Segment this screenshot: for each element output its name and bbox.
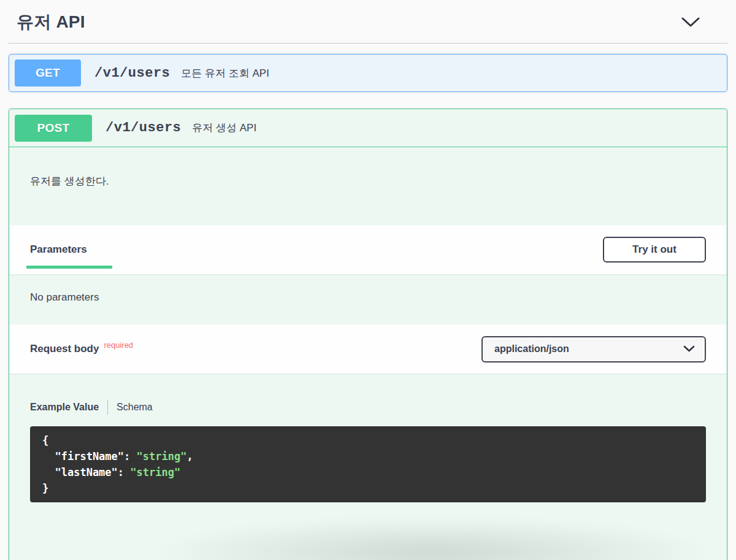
content-type-value: application/json — [494, 343, 569, 355]
example-tabs: Example Value Schema — [30, 401, 706, 414]
request-body-title-group: Request body required — [30, 343, 133, 355]
tag-divider — [9, 43, 727, 44]
try-it-out-button[interactable]: Try it out — [603, 237, 706, 263]
model-example-section: Example Value Schema { "firstName": "str… — [9, 374, 727, 502]
request-body-title: Request body — [30, 343, 99, 355]
get-endpoint-summary[interactable]: GET /v1/users 모든 유저 조회 API — [9, 55, 727, 91]
content-type-select[interactable]: application/json — [481, 336, 706, 362]
tab-separator — [107, 400, 108, 415]
operation-description: 유저를 생성한다. — [9, 147, 727, 225]
code-line: } — [42, 480, 694, 496]
post-endpoint-block: POST /v1/users 유저 생성 API 유저를 생성한다. Param… — [9, 109, 727, 560]
swagger-api-page: 유저 API GET /v1/users 모든 유저 조회 API POST /… — [0, 0, 736, 560]
code-line: "firstName": "string", — [42, 448, 694, 464]
post-endpoint-description: 유저 생성 API — [192, 121, 256, 135]
post-endpoint-summary[interactable]: POST /v1/users 유저 생성 API — [9, 109, 727, 147]
get-endpoint-block: GET /v1/users 모든 유저 조회 API — [9, 54, 727, 92]
tab-example-value[interactable]: Example Value — [30, 402, 99, 413]
code-line: "lastName": "string" — [42, 464, 694, 480]
no-parameters-text: No parameters — [9, 274, 727, 324]
parameters-title: Parameters — [30, 244, 87, 255]
tab-schema[interactable]: Schema — [117, 402, 153, 413]
post-endpoint-path: /v1/users — [105, 120, 181, 136]
api-tag-title: 유저 API — [17, 10, 85, 34]
example-json-code: { "firstName": "string", "lastName": "st… — [30, 426, 706, 502]
get-endpoint-description: 모든 유저 조회 API — [181, 66, 269, 80]
api-tag-header[interactable]: 유저 API — [0, 0, 736, 34]
tab-parameters[interactable]: Parameters — [30, 244, 87, 256]
chevron-down-icon — [683, 343, 695, 355]
get-endpoint-path: /v1/users — [94, 66, 170, 81]
active-tab-indicator — [26, 266, 112, 269]
post-method-badge: POST — [15, 115, 92, 142]
post-endpoint-body: 유저를 생성한다. Parameters Try it out No param… — [9, 147, 727, 502]
code-line: { — [42, 432, 694, 448]
required-badge: required — [104, 340, 133, 350]
parameters-section-header: Parameters Try it out — [9, 225, 727, 274]
chevron-down-icon[interactable] — [681, 17, 700, 28]
request-body-section-header: Request body required application/json — [9, 324, 727, 374]
get-method-badge: GET — [15, 59, 81, 86]
